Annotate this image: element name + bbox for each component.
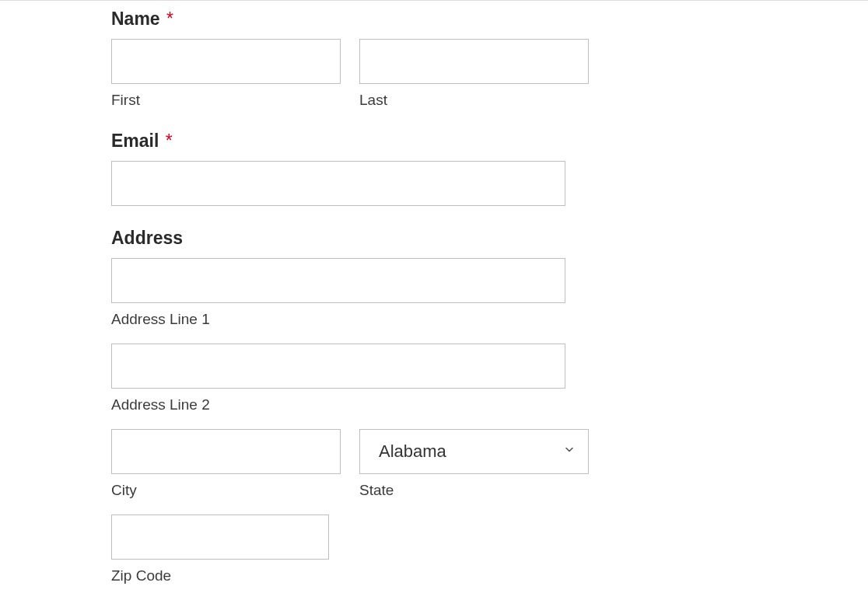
last-name-sublabel: Last <box>359 92 589 109</box>
email-label: Email * <box>111 131 589 152</box>
email-label-text: Email <box>111 131 159 151</box>
address-line2-sublabel: Address Line 2 <box>111 396 565 413</box>
required-mark-icon: * <box>166 9 173 29</box>
contact-form: Name * First Last Email * Address <box>0 1 700 593</box>
city-input[interactable] <box>111 429 341 474</box>
zip-input[interactable] <box>111 515 329 560</box>
state-selected-value: Alabama <box>373 441 576 462</box>
address-line1-sublabel: Address Line 1 <box>111 311 565 328</box>
required-mark-icon: * <box>166 131 173 151</box>
state-select[interactable]: Alabama <box>359 429 589 474</box>
first-name-sublabel: First <box>111 92 341 109</box>
email-input[interactable] <box>111 161 565 206</box>
address-line1-input[interactable] <box>111 258 565 303</box>
name-label-text: Name <box>111 9 160 29</box>
name-field-group: Name * First Last <box>111 9 589 109</box>
state-sublabel: State <box>359 482 589 499</box>
last-name-input[interactable] <box>359 39 589 84</box>
address-line2-input[interactable] <box>111 344 565 389</box>
city-sublabel: City <box>111 482 341 499</box>
address-label-text: Address <box>111 228 183 248</box>
email-field-group: Email * <box>111 131 589 206</box>
chevron-down-icon <box>563 444 576 460</box>
zip-sublabel: Zip Code <box>111 567 329 584</box>
first-name-input[interactable] <box>111 39 341 84</box>
name-label: Name * <box>111 9 589 30</box>
address-field-group: Address Address Line 1 Address Line 2 Ci… <box>111 228 589 584</box>
address-label: Address <box>111 228 589 249</box>
